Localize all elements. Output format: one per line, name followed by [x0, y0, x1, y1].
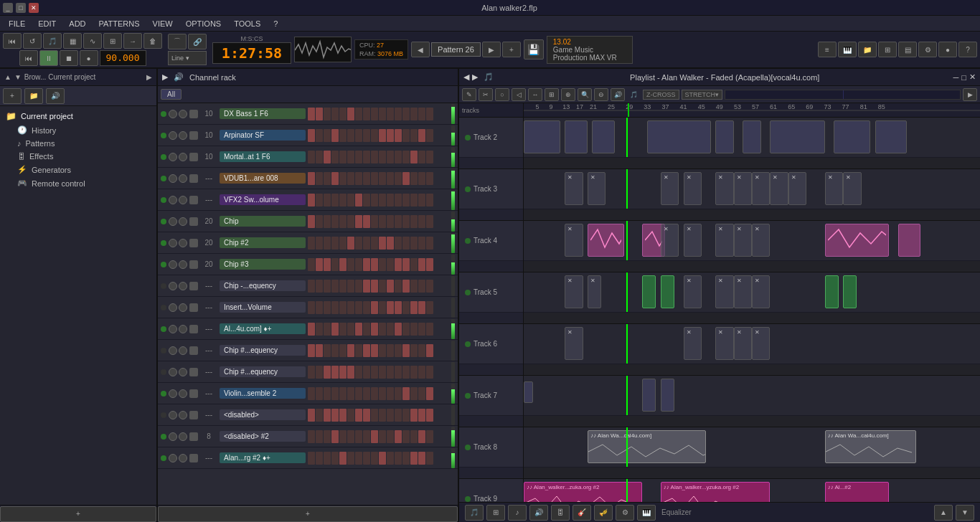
pad-1-1[interactable] — [316, 129, 323, 142]
pad-10-14[interactable] — [418, 323, 425, 336]
pad-14-10[interactable] — [387, 409, 394, 422]
pad-7-5[interactable] — [347, 258, 354, 271]
pad-13-14[interactable] — [418, 387, 425, 400]
pad-13-15[interactable] — [426, 387, 433, 400]
pad-1-4[interactable] — [339, 129, 347, 142]
pad-11-0[interactable] — [308, 344, 315, 357]
pad-15-5[interactable] — [347, 430, 354, 443]
pad-9-11[interactable] — [395, 301, 402, 314]
pad-16-15[interactable] — [426, 452, 433, 465]
nav-down-icon[interactable]: ▼ — [14, 73, 22, 81]
pad-6-9[interactable] — [379, 237, 386, 250]
channel-row-7[interactable]: 20Chip #3 — [158, 254, 458, 275]
transport-extra-1[interactable]: ⌒ — [168, 34, 187, 49]
piano-roll-button[interactable]: 🎹 — [838, 42, 857, 57]
pad-4-8[interactable] — [371, 194, 378, 207]
channel-row-4[interactable]: ---VFX2 Sw...olume — [158, 189, 458, 211]
pad-9-3[interactable] — [331, 301, 339, 314]
pad-11-8[interactable] — [371, 344, 378, 357]
browser-item-patterns[interactable]: ♪ Patterns — [0, 137, 156, 150]
pad-14-0[interactable] — [308, 409, 315, 422]
pad-4-13[interactable] — [410, 194, 418, 207]
ch-name-16[interactable]: Alan...rg #2 ♦+ — [220, 452, 306, 463]
pl-tool-4[interactable]: ◁ — [512, 88, 526, 101]
pad-12-1[interactable] — [316, 366, 323, 379]
ch-mute-3[interactable] — [189, 174, 198, 183]
pad-13-3[interactable] — [331, 387, 339, 400]
pad-6-6[interactable] — [355, 237, 362, 250]
browser-speaker-button[interactable]: 🔊 — [46, 88, 65, 104]
ch-name-12[interactable]: Chip #...equency — [220, 366, 306, 377]
pad-14-3[interactable] — [331, 409, 339, 422]
pattern-display[interactable]: Pattern 26 — [431, 42, 481, 57]
pad-10-6[interactable] — [355, 323, 362, 336]
pad-2-13[interactable] — [410, 151, 418, 163]
block-t2-4[interactable] — [647, 120, 711, 153]
pad-14-1[interactable] — [316, 409, 323, 422]
transport-icon-5[interactable]: ∿ — [83, 33, 102, 49]
block-t4-x3[interactable]: ✕ — [684, 224, 702, 257]
pad-0-12[interactable] — [402, 108, 410, 120]
pl-tool-8[interactable]: 🔍 — [578, 88, 592, 101]
pad-2-8[interactable] — [371, 151, 378, 163]
pad-1-11[interactable] — [395, 129, 402, 142]
pad-6-15[interactable] — [426, 237, 433, 250]
block-t6-x1[interactable]: ✕ — [565, 327, 583, 360]
pad-5-13[interactable] — [410, 215, 418, 228]
block-t5-x6[interactable]: ✕ — [752, 275, 770, 308]
transport-extra-2[interactable]: 🔗 — [188, 34, 207, 49]
ch-btn-11-1[interactable] — [179, 346, 187, 355]
pad-8-6[interactable] — [355, 280, 362, 293]
pad-16-13[interactable] — [410, 452, 418, 465]
block-t4-x1[interactable]: ✕ — [565, 224, 583, 257]
ch-btn-10-0[interactable] — [169, 325, 177, 333]
menu-options[interactable]: OPTIONS — [180, 18, 227, 29]
transport-icon-1[interactable]: ⏮ — [3, 33, 22, 49]
ch-name-4[interactable]: VFX2 Sw...olume — [220, 194, 306, 205]
bottom-btn-4[interactable]: 🔊 — [529, 505, 548, 521]
pad-3-6[interactable] — [355, 172, 362, 185]
ch-mute-6[interactable] — [189, 239, 198, 247]
pad-4-10[interactable] — [387, 194, 394, 207]
pad-2-11[interactable] — [395, 151, 402, 163]
ch-mute-16[interactable] — [189, 454, 198, 462]
pad-9-0[interactable] — [308, 301, 315, 314]
block-t5-g4[interactable] — [843, 275, 857, 308]
pad-0-11[interactable] — [395, 108, 402, 120]
pad-9-15[interactable] — [426, 301, 433, 314]
pad-0-2[interactable] — [324, 108, 331, 120]
ch-mute-2[interactable] — [189, 153, 198, 161]
pad-13-8[interactable] — [371, 387, 378, 400]
pad-3-7[interactable] — [363, 172, 370, 185]
ch-btn-13-1[interactable] — [179, 389, 187, 398]
pad-12-15[interactable] — [426, 366, 433, 379]
block-t6-x5[interactable]: ✕ — [752, 327, 770, 360]
pad-0-13[interactable] — [410, 108, 418, 120]
pad-15-0[interactable] — [308, 430, 315, 443]
block-t3-5[interactable]: ✕ — [715, 172, 733, 205]
stop-button[interactable]: ⏹ — [60, 50, 78, 66]
pad-3-5[interactable] — [347, 172, 354, 185]
help-button[interactable]: ? — [958, 42, 977, 57]
stretch-button[interactable]: STRETCH▾ — [682, 90, 723, 100]
ch-btn-5-1[interactable] — [179, 217, 187, 226]
pad-8-1[interactable] — [316, 280, 323, 293]
pad-2-2[interactable] — [324, 151, 331, 163]
pad-7-15[interactable] — [426, 258, 433, 271]
ch-name-7[interactable]: Chip #3 — [220, 259, 306, 270]
pad-4-0[interactable] — [308, 194, 315, 207]
pad-14-2[interactable] — [324, 409, 331, 422]
pad-2-7[interactable] — [363, 151, 370, 163]
pad-3-11[interactable] — [395, 172, 402, 185]
block-t6-x2[interactable]: ✕ — [684, 327, 702, 360]
ch-btn-3-1[interactable] — [179, 174, 187, 183]
pad-15-6[interactable] — [355, 430, 362, 443]
transport-icon-6[interactable]: ⊞ — [103, 33, 122, 49]
pad-3-1[interactable] — [316, 172, 323, 185]
ch-mute-9[interactable] — [189, 303, 198, 312]
pad-3-3[interactable] — [331, 172, 339, 185]
pad-7-13[interactable] — [410, 258, 418, 271]
pad-3-9[interactable] — [379, 172, 386, 185]
pad-2-6[interactable] — [355, 151, 362, 163]
ch-name-8[interactable]: Chip -...equency — [220, 280, 306, 291]
